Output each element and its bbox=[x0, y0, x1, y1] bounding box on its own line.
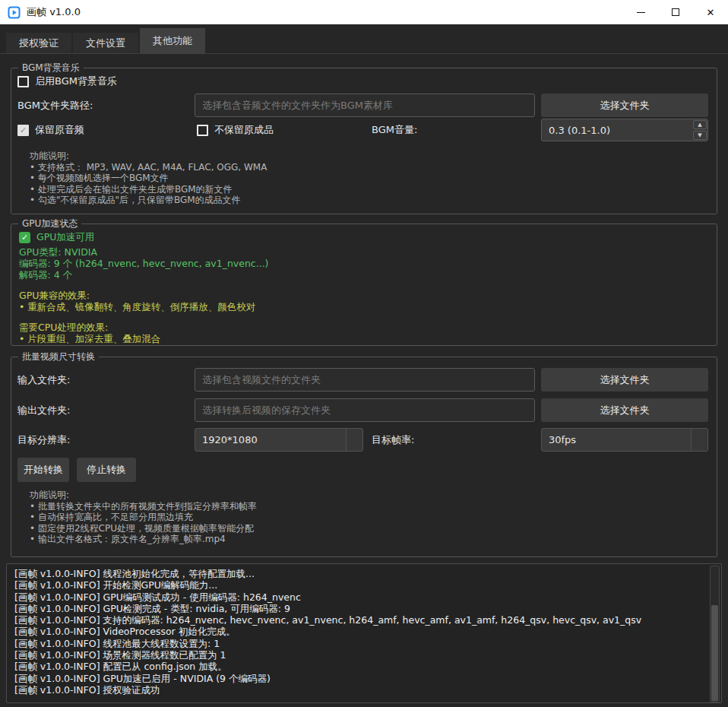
bgm-group-title: BGM背景音乐 bbox=[18, 62, 84, 74]
log-line: [画帧 v1.0.0-INFO] VideoProcessor 初始化完成。 bbox=[14, 626, 714, 637]
gpu-status-indicator: ✓ GPU加速可用 bbox=[19, 231, 94, 244]
checkbox-unchecked-icon bbox=[197, 125, 208, 136]
gpu-compat-line: • 重新合成、镜像翻转、角度旋转、倒序播放、颜色校对 bbox=[19, 301, 255, 314]
close-button[interactable]: ✕ bbox=[693, 0, 728, 24]
app-icon bbox=[8, 6, 21, 19]
bgm-notes: 功能说明: • 支持格式： MP3, WAV, AAC, M4A, FLAC, … bbox=[30, 151, 267, 206]
minimize-icon bbox=[637, 12, 645, 13]
resolution-combobox[interactable] bbox=[195, 428, 363, 452]
window-title: 画帧 v1.0.0 bbox=[27, 5, 81, 19]
log-line: [画帧 v1.0.0-INFO] 支持的编码器: h264_nvenc, hev… bbox=[14, 614, 714, 626]
tab-other-features[interactable]: 其他功能 bbox=[140, 28, 205, 53]
discard-original-checkbox[interactable]: 不保留原成品 bbox=[197, 123, 274, 137]
maximize-button[interactable] bbox=[658, 0, 693, 24]
log-console[interactable]: [画帧 v1.0.0-INFO] 线程池初始化完成，等待配置加载... [画帧 … bbox=[6, 563, 722, 703]
spin-down-button[interactable]: ▼ bbox=[693, 131, 707, 140]
note-line: • 每个视频随机选择一个BGM文件 bbox=[30, 173, 267, 184]
enable-bgm-checkbox[interactable]: 启用BGM背景音乐 bbox=[17, 75, 117, 88]
bgm-group: BGM背景音乐 启用BGM背景音乐 BGM文件夹路径: 选择文件夹 ✓ 保留原音… bbox=[11, 68, 717, 214]
fps-value-input[interactable] bbox=[542, 429, 691, 451]
fps-label: 目标帧率: bbox=[372, 433, 414, 447]
note-line: • 勾选"不保留原成品"后，只保留带BGM的成品文件 bbox=[30, 195, 267, 206]
log-line: [画帧 v1.0.0-INFO] GPU检测完成 - 类型: nvidia, 可… bbox=[14, 603, 714, 614]
log-line: [画帧 v1.0.0-INFO] 开始检测GPU编解码能力... bbox=[14, 579, 714, 591]
batch-notes: 功能说明: • 批量转换文件夹中的所有视频文件到指定分辨率和帧率 • 自动保持宽… bbox=[30, 490, 257, 545]
note-line: • 支持格式： MP3, WAV, AAC, M4A, FLAC, OGG, W… bbox=[30, 162, 267, 173]
bgm-path-label: BGM文件夹路径: bbox=[17, 99, 93, 113]
tab-license[interactable]: 授权验证 bbox=[6, 33, 71, 53]
discard-original-label: 不保留原成品 bbox=[214, 123, 274, 137]
tab-label: 其他功能 bbox=[153, 34, 192, 48]
notes-title: 功能说明: bbox=[30, 151, 267, 162]
cpu-effects-line: • 片段重组、加深去重、叠加混合 bbox=[19, 333, 160, 346]
tab-file-settings[interactable]: 文件设置 bbox=[73, 33, 138, 53]
fps-combobox[interactable] bbox=[541, 428, 708, 452]
notes-title: 功能说明: bbox=[30, 490, 257, 501]
bgm-volume-input[interactable] bbox=[542, 125, 692, 136]
log-line: [画帧 v1.0.0-INFO] GPU编码测试成功 - 使用编码器: h264… bbox=[14, 591, 714, 603]
log-scrollbar-thumb[interactable] bbox=[711, 605, 718, 701]
log-line: [画帧 v1.0.0-INFO] 配置已从 config.json 加载。 bbox=[14, 661, 714, 672]
bgm-path-input[interactable] bbox=[195, 94, 535, 117]
note-line: • 自动保持宽高比，不足部分用黑边填充 bbox=[30, 512, 257, 523]
spin-arrows: ▲ ▼ bbox=[692, 119, 707, 141]
minimize-button[interactable] bbox=[623, 0, 658, 24]
checkbox-checked-icon: ✓ bbox=[17, 125, 29, 136]
input-folder-label: 输入文件夹: bbox=[17, 373, 70, 387]
log-line: [画帧 v1.0.0-INFO] 授权验证成功 bbox=[14, 684, 714, 696]
output-folder-input[interactable] bbox=[195, 398, 535, 422]
note-line: • 处理完成后会在输出文件夹生成带BGM的新文件 bbox=[30, 184, 267, 195]
bgm-choose-folder-button[interactable]: 选择文件夹 bbox=[541, 94, 708, 117]
tab-label: 授权验证 bbox=[19, 36, 59, 50]
keep-audio-checkbox[interactable]: ✓ 保留原音频 bbox=[17, 123, 84, 137]
input-folder-input[interactable] bbox=[195, 368, 535, 392]
batch-group: 批量视频尺寸转换 输入文件夹: 选择文件夹 输出文件夹: 选择文件夹 目标分辨率… bbox=[11, 357, 717, 557]
checkbox-unchecked-icon bbox=[17, 76, 29, 87]
keep-audio-label: 保留原音频 bbox=[35, 123, 84, 137]
close-icon: ✕ bbox=[707, 7, 715, 18]
gpu-decoder-line: 解码器: 4 个 bbox=[19, 269, 72, 282]
gpu-group: GPU加速状态 ✓ GPU加速可用 GPU类型: NVIDIA 编码器: 9 个… bbox=[11, 224, 717, 346]
log-line: [画帧 v1.0.0-INFO] 线程池初始化完成，等待配置加载... bbox=[14, 568, 714, 579]
maximize-icon bbox=[672, 8, 679, 16]
note-line: • 批量转换文件夹中的所有视频文件到指定分辨率和帧率 bbox=[30, 501, 257, 512]
start-convert-button[interactable]: 开始转换 bbox=[17, 458, 69, 482]
bgm-volume-label: BGM音量: bbox=[372, 123, 417, 137]
combo-dropdown-button[interactable] bbox=[346, 429, 362, 451]
enable-bgm-label: 启用BGM背景音乐 bbox=[35, 75, 117, 88]
note-line: • 输出文件名格式：原文件名_分辨率_帧率.mp4 bbox=[30, 534, 257, 545]
log-line: [画帧 v1.0.0-INFO] 线程池最大线程数设置为: 1 bbox=[14, 638, 714, 649]
resolution-value-input[interactable] bbox=[195, 429, 346, 451]
log-scrollbar[interactable] bbox=[710, 566, 720, 702]
output-choose-folder-button[interactable]: 选择文件夹 bbox=[541, 398, 708, 422]
tab-label: 文件设置 bbox=[86, 36, 125, 50]
input-choose-folder-button[interactable]: 选择文件夹 bbox=[541, 368, 708, 392]
log-line: [画帧 v1.0.0-INFO] GPU加速已启用 - NVIDIA (9 个编… bbox=[14, 673, 714, 684]
log-line: [画帧 v1.0.0-INFO] 场景检测器线程数已配置为 1 bbox=[14, 649, 714, 661]
gpu-check-icon: ✓ bbox=[19, 232, 30, 243]
spin-up-button[interactable]: ▲ bbox=[693, 120, 707, 129]
app-window: 画帧 v1.0.0 ✕ 授权验证 文件设置 其他功能 BGM背景音乐 bbox=[0, 0, 728, 707]
gpu-group-title: GPU加速状态 bbox=[18, 217, 81, 230]
combo-dropdown-button[interactable] bbox=[691, 429, 707, 451]
resolution-label: 目标分辨率: bbox=[17, 433, 70, 447]
title-bar: 画帧 v1.0.0 ✕ bbox=[0, 0, 728, 24]
stop-convert-button[interactable]: 停止转换 bbox=[77, 458, 136, 482]
bgm-volume-spinbox: ▲ ▼ bbox=[541, 119, 708, 141]
note-line: • 固定使用2线程CPU处理，视频质量根据帧率智能分配 bbox=[30, 523, 257, 534]
tab-bar: 授权验证 文件设置 其他功能 bbox=[0, 29, 728, 54]
gpu-status-label: GPU加速可用 bbox=[36, 231, 94, 244]
batch-group-title: 批量视频尺寸转换 bbox=[18, 350, 99, 363]
output-folder-label: 输出文件夹: bbox=[17, 404, 70, 417]
